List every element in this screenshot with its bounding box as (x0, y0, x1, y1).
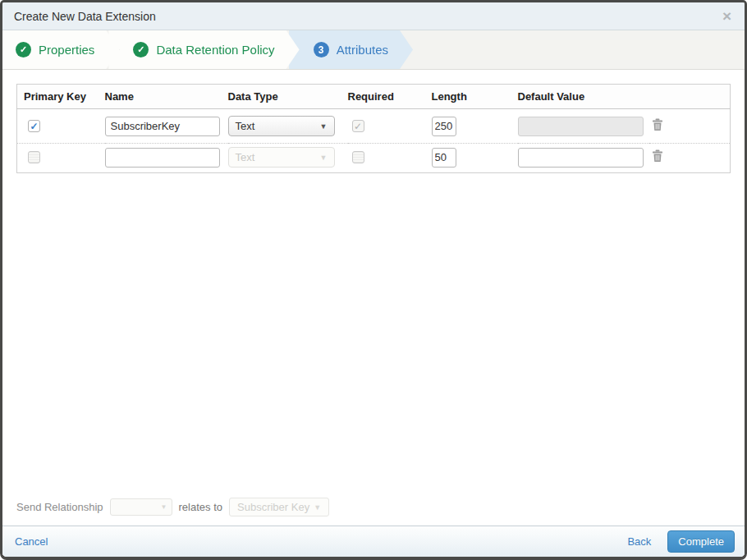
chevron-down-icon: ▼ (320, 154, 328, 162)
complete-button[interactable]: Complete (667, 530, 735, 553)
step-complete-check-icon: ✓ (133, 42, 149, 57)
header-actions (649, 85, 731, 109)
trash-icon[interactable] (652, 149, 663, 166)
primary-key-checkbox[interactable]: ✓ (28, 120, 40, 132)
data-type-value: Text (236, 120, 255, 132)
data-type-select[interactable]: Text ▼ (228, 116, 335, 136)
name-input[interactable] (105, 148, 220, 168)
modal-footer: Cancel Back Complete (2, 526, 745, 557)
send-relationship-label: Send Relationship (16, 501, 103, 513)
chevron-down-icon: ▼ (314, 503, 321, 512)
header-primary-key: Primary Key (17, 85, 105, 109)
primary-key-checkbox[interactable] (28, 151, 40, 163)
attributes-panel: Primary Key Name Data Type Required Leng… (2, 70, 745, 526)
modal-title: Create New Data Extension (14, 10, 156, 23)
send-relationship-row: Send Relationship ▼ relates to Subscribe… (16, 498, 329, 516)
length-input[interactable] (432, 148, 456, 168)
attributes-table: Primary Key Name Data Type Required Leng… (16, 84, 731, 173)
chevron-down-icon: ▼ (161, 503, 167, 511)
close-icon[interactable]: × (721, 8, 733, 24)
required-checkbox[interactable] (352, 151, 364, 163)
back-link[interactable]: Back (627, 535, 651, 548)
header-name: Name (105, 85, 228, 109)
data-type-select: Text ▼ (228, 147, 335, 168)
required-checkbox: ✓ (352, 120, 364, 132)
length-input[interactable] (432, 117, 456, 136)
header-data-type: Data Type (228, 85, 348, 109)
step-label: Properties (39, 43, 94, 57)
create-data-extension-modal: Create New Data Extension × ✓ Properties… (0, 0, 747, 560)
wizard-step-properties[interactable]: ✓ Properties (2, 30, 119, 69)
send-relationship-select: ▼ (110, 498, 172, 516)
attribute-row-2: Text ▼ (17, 144, 731, 173)
name-input[interactable] (105, 117, 220, 136)
subscriber-key-value: Subscriber Key (237, 501, 309, 513)
step-label: Data Retention Policy (156, 43, 274, 57)
header-default-value: Default Value (518, 85, 649, 109)
modal-titlebar: Create New Data Extension × (2, 2, 745, 30)
wizard-stepbar: ✓ Properties ✓ Data Retention Policy 3 A… (2, 30, 745, 70)
attribute-row-1: ✓ Text ▼ ✓ (17, 109, 731, 144)
step-label: Attributes (337, 43, 388, 57)
wizard-step-data-retention-policy[interactable]: ✓ Data Retention Policy (108, 30, 299, 69)
table-header-row: Primary Key Name Data Type Required Leng… (17, 85, 731, 109)
wizard-step-attributes[interactable]: 3 Attributes (289, 30, 413, 69)
default-value-input (518, 117, 644, 136)
trash-icon[interactable] (652, 118, 663, 135)
step-number-badge: 3 (314, 42, 329, 57)
header-required: Required (348, 85, 432, 109)
step-complete-check-icon: ✓ (16, 42, 31, 57)
data-type-value: Text (236, 151, 255, 163)
header-length: Length (432, 85, 518, 109)
chevron-down-icon: ▼ (320, 122, 328, 131)
default-value-input[interactable] (518, 148, 644, 168)
subscriber-key-select: Subscriber Key ▼ (229, 498, 329, 516)
relates-to-label: relates to (179, 501, 222, 513)
cancel-link[interactable]: Cancel (15, 535, 48, 548)
